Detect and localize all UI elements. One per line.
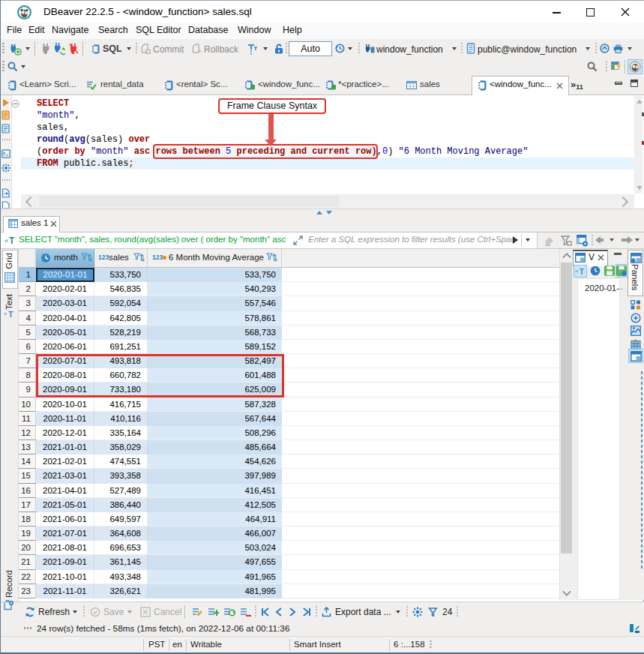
svg-text:«: «	[4, 310, 7, 317]
svg-text:«: «	[4, 237, 8, 244]
svg-text:T: T	[8, 310, 13, 319]
svg-text:T: T	[9, 236, 15, 245]
